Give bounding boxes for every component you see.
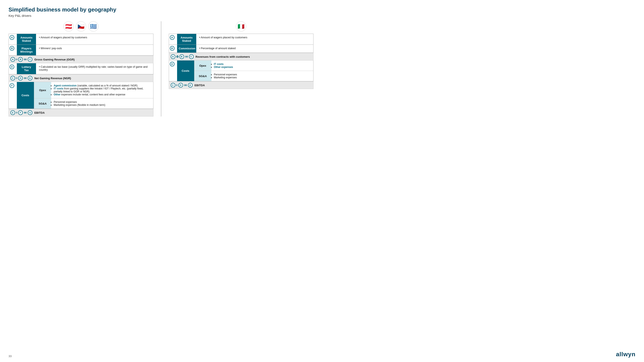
sga-desc-right: Personnel expenses Marketing expenses bbox=[212, 71, 314, 81]
page-subtitle: Key P&L drivers bbox=[8, 14, 314, 17]
players-winnings-label: PlayersWinnings bbox=[17, 45, 36, 55]
ebitda-formula-bar-left: E = F G EBITDA bbox=[8, 109, 154, 116]
costs-label-left: Costs bbox=[17, 82, 34, 109]
badge-c-ggr: C bbox=[28, 57, 32, 62]
column-divider bbox=[161, 21, 161, 116]
left-column: 🇦🇹 🇨🇿 🇬🇷 A AmountsStaked Amount of wager… bbox=[8, 21, 154, 116]
ggr-label: Gross Gaming Revenue (GGR) bbox=[34, 58, 74, 61]
amounts-staked-desc-left: Amount of wagers placed by customers bbox=[36, 34, 153, 44]
sga-label-right: SG&A bbox=[194, 71, 212, 81]
badge-a-left: A bbox=[10, 35, 14, 40]
opex-label-left: Opex bbox=[34, 82, 51, 98]
badge-g-ebitda: G bbox=[28, 110, 32, 115]
right-column: 🇮🇹 A AmountsStaked Amount of wagers plac… bbox=[169, 21, 314, 116]
opex-label-right: Opex bbox=[194, 60, 212, 71]
lottery-tax-desc: Calculated as tax base (usually GRR) mul… bbox=[36, 63, 153, 74]
amounts-staked-desc-right: Amount of wagers placed by customers bbox=[196, 34, 314, 44]
badge-c-rev: C bbox=[189, 54, 194, 59]
ebitda-label-right: EBITDA bbox=[194, 84, 205, 87]
badge-d-right: D bbox=[170, 62, 174, 66]
badge-e-ebitda-r: E bbox=[188, 83, 193, 87]
revenues-label: Revenues from contracts with customers bbox=[196, 55, 250, 58]
players-winnings-desc: Winners' pay-outs bbox=[36, 45, 153, 55]
commission-label: Commission bbox=[177, 45, 196, 53]
ngr-label: Net Gaming Revenue (NGR) bbox=[34, 77, 71, 80]
flags-row-right: 🇮🇹 bbox=[169, 21, 314, 31]
badge-d-left: D bbox=[10, 64, 14, 69]
lottery-tax-label: LotteryTax bbox=[17, 63, 36, 74]
amounts-staked-label-right: AmountsStaked bbox=[177, 34, 196, 44]
ggr-formula-bar: A = B C Gross Gaming Revenue (GGR) bbox=[8, 55, 154, 63]
ngr-formula-bar: C = D E Net Gaming Revenue (NGR) bbox=[8, 74, 154, 82]
flag-czech: 🇨🇿 bbox=[76, 21, 86, 31]
badge-a-rev: A bbox=[171, 54, 176, 59]
sga-desc-left: Personnel expenses Marketing expenses (f… bbox=[51, 98, 153, 109]
opex-desc-left: Agent commission (variable, calculated a… bbox=[51, 82, 153, 98]
revenues-formula-bar: A ♻ B C Revenues from contracts with cus… bbox=[169, 53, 314, 60]
badge-b-right: B bbox=[170, 46, 174, 51]
ebitda-label-left: EBITDA bbox=[34, 111, 44, 114]
badge-f-left: F bbox=[10, 83, 14, 88]
flag-italy: 🇮🇹 bbox=[236, 21, 246, 31]
badge-d-ebitda-r: D bbox=[178, 83, 183, 87]
amounts-staked-label-left: AmountsStaked bbox=[17, 34, 36, 44]
flag-greece-cyprus: 🇬🇷 bbox=[88, 21, 98, 31]
badge-a-right: A bbox=[170, 35, 174, 40]
sga-label-left: SG&A bbox=[34, 98, 51, 109]
badge-c-ngr: C bbox=[10, 76, 15, 80]
badge-f-ebitda: F bbox=[18, 110, 23, 115]
badge-e-ebitda: E bbox=[10, 110, 15, 115]
opex-desc-right: IT costs Other expenses bbox=[212, 60, 314, 71]
badge-b-ggr: B bbox=[18, 57, 23, 62]
badge-b-rev: B bbox=[180, 54, 184, 59]
commission-desc: Percentage of amount staked bbox=[196, 45, 314, 53]
costs-label-right: Costs bbox=[177, 60, 194, 81]
badge-c-ebitda-r: C bbox=[171, 83, 176, 87]
badge-b-left: B bbox=[10, 46, 14, 51]
ebitda-formula-bar-right: C = D E EBITDA bbox=[169, 81, 314, 89]
flags-row-left: 🇦🇹 🇨🇿 🇬🇷 bbox=[8, 21, 154, 31]
badge-e-ngr: E bbox=[28, 76, 32, 80]
page-title: Simplified business model by geography bbox=[8, 6, 314, 13]
flag-austria: 🇦🇹 bbox=[64, 21, 74, 31]
badge-d-ngr: D bbox=[18, 76, 23, 80]
badge-a-ggr: A bbox=[10, 57, 15, 62]
